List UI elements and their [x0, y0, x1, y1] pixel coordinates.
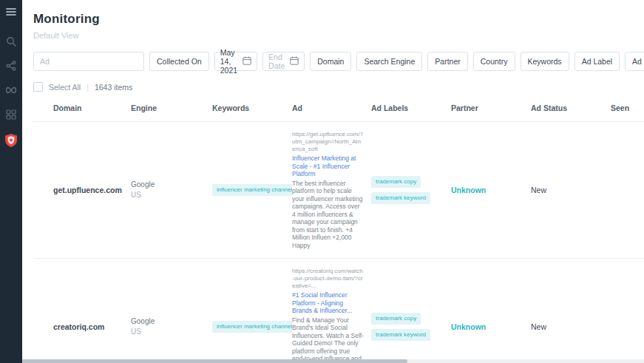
engine-name: Google [131, 316, 205, 327]
filter-button-country[interactable]: Country [473, 52, 515, 71]
divider: | [87, 83, 89, 92]
ad-status: New [531, 186, 611, 194]
app-window: Monitoring Default View Collected On May… [0, 0, 644, 363]
start-date-field[interactable]: May 14, 2021 [214, 52, 257, 71]
engine-name: Google [131, 180, 205, 190]
ad-label-tag: trademark copy [371, 313, 421, 325]
select-all-label: Select All [49, 83, 81, 92]
ad-label-tag: trademark keyword [371, 329, 430, 341]
column-header-keywords[interactable]: Keywords [212, 104, 292, 112]
engine-region: US [131, 327, 205, 337]
filter-bar: Collected On May 14, 2021 End Date Domai… [33, 52, 644, 71]
select-all-checkbox[interactable] [33, 82, 43, 92]
horizontal-scrollbar[interactable] [22, 359, 644, 363]
ad-title-link[interactable]: #1 Social Influencer Platform - Aligning… [292, 291, 364, 315]
table-body: get.upfluence.com Google US influencer m… [33, 121, 644, 363]
infinity-icon[interactable] [5, 85, 17, 95]
page-title: Monitoring [33, 12, 644, 27]
column-header-engine[interactable]: Engine [131, 104, 212, 112]
filter-button-ad-label[interactable]: Ad Label [574, 52, 620, 71]
column-header-partner[interactable]: Partner [451, 104, 531, 112]
calendar-icon [290, 56, 299, 67]
view-selector[interactable]: Default View [33, 31, 644, 40]
table-header-row: DomainEngineKeywordsAdAd LabelsPartnerAd… [33, 104, 644, 121]
filter-button-domain[interactable]: Domain [310, 52, 351, 71]
domain-cell[interactable]: get.upfluence.com [33, 186, 131, 194]
partner-link[interactable]: Unknown [451, 186, 531, 194]
ad-status: New [531, 322, 611, 331]
ad-cell: https://creatoriq.com/watch-our-product-… [292, 268, 371, 363]
end-date-placeholder: End Date [268, 52, 285, 70]
start-date-value: May 14, 2021 [220, 48, 237, 75]
column-header-seen[interactable]: Seen [611, 104, 644, 112]
grid-icon[interactable] [5, 109, 17, 120]
keyword-tag: influencer marketing channel [212, 184, 292, 196]
main-content: Monitoring Default View Collected On May… [22, 0, 644, 363]
search-icon[interactable] [5, 36, 17, 47]
select-all-bar: Select All | 1643 items [33, 82, 644, 92]
engine-cell: Google US [131, 316, 212, 337]
menu-icon[interactable] [5, 7, 17, 17]
ad-description: Find & Manage Your Brand's Ideal Social … [292, 316, 364, 363]
ad-label-tag: trademark copy [371, 176, 421, 188]
ad-url: https://get.upfluence.com/?utm_campaign=… [292, 131, 364, 153]
ad-filter-input[interactable] [33, 52, 144, 71]
sidebar [0, 0, 22, 363]
keywords-cell: influencer marketing channel [212, 321, 292, 333]
collected-on-button[interactable]: Collected On [149, 52, 209, 71]
ad-title-link[interactable]: Influencer Marketing at Scale - #1 Influ… [292, 155, 364, 178]
table-row[interactable]: get.upfluence.com Google US influencer m… [33, 121, 644, 258]
monitoring-table: DomainEngineKeywordsAdAd LabelsPartnerAd… [33, 104, 644, 363]
keywords-cell: influencer marketing channel [212, 184, 292, 196]
items-count: 1643 items [95, 83, 132, 92]
ad-labels-cell: trademark copytrademark keyword [371, 311, 451, 343]
domain-cell[interactable]: creatoriq.com [33, 322, 131, 331]
filter-button-ad-status[interactable]: Ad Status [625, 52, 644, 71]
filter-button-search-engine[interactable]: Search Engine [356, 52, 422, 71]
calendar-icon [243, 56, 251, 67]
partner-link[interactable]: Unknown [451, 322, 531, 331]
table-row[interactable]: creatoriq.com Google US influencer marke… [33, 258, 644, 363]
column-header-ad-status[interactable]: Ad Status [531, 104, 611, 112]
filter-buttons: DomainSearch EnginePartnerCountryKeyword… [310, 52, 644, 71]
column-header-ad-labels[interactable]: Ad Labels [371, 104, 451, 112]
keyword-tag: influencer marketing channel [212, 321, 292, 333]
column-header-ad[interactable]: Ad [292, 104, 371, 112]
ad-description: The best influencer platform to help sca… [292, 180, 364, 250]
engine-cell: Google US [131, 180, 212, 200]
engine-region: US [131, 190, 205, 200]
filter-button-partner[interactable]: Partner [427, 52, 467, 71]
ad-labels-cell: trademark copytrademark keyword [371, 174, 451, 206]
column-header-domain[interactable]: Domain [33, 104, 131, 112]
end-date-field[interactable]: End Date [262, 52, 305, 71]
shield-icon[interactable] [5, 134, 17, 147]
ad-cell: https://get.upfluence.com/?utm_campaign=… [292, 131, 371, 249]
scrollbar-thumb[interactable] [22, 359, 407, 363]
ad-label-tag: trademark keyword [371, 192, 430, 204]
ad-url: https://creatoriq.com/watch-our-product-… [292, 268, 364, 290]
filter-button-keywords[interactable]: Keywords [521, 52, 569, 71]
share-icon[interactable] [5, 61, 17, 71]
